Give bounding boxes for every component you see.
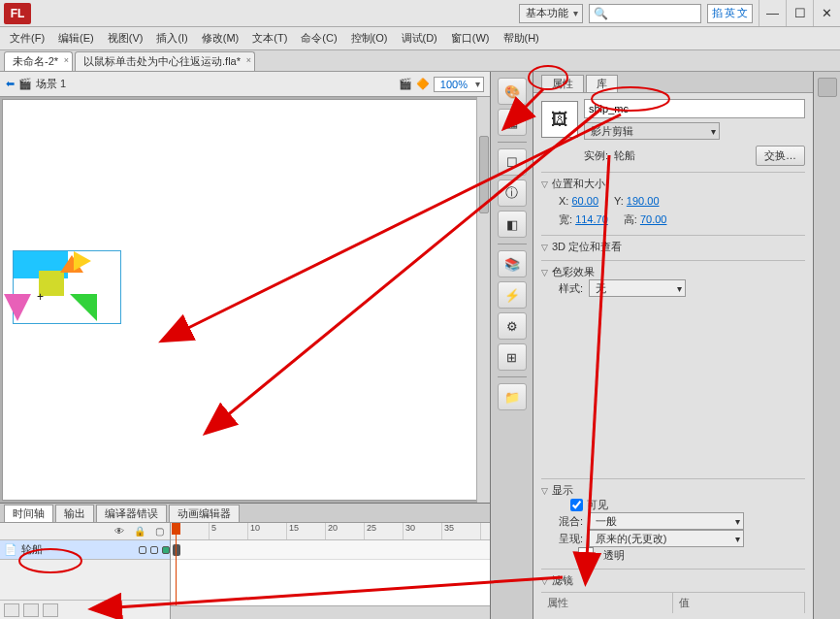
layer-row[interactable]: 📄 轮船 bbox=[0, 540, 170, 560]
menu-file[interactable]: 文件(F) bbox=[6, 29, 48, 48]
menu-view[interactable]: 视图(V) bbox=[104, 29, 147, 48]
far-tool-strip bbox=[813, 72, 840, 619]
tool-swatches[interactable]: 🎨 bbox=[498, 78, 527, 105]
tool-transform[interactable]: ☐ bbox=[498, 148, 527, 176]
close-button[interactable]: ✕ bbox=[813, 0, 840, 26]
w-label: 宽: bbox=[559, 213, 572, 225]
layer-outline-dot[interactable] bbox=[162, 546, 170, 554]
visible-checkbox[interactable] bbox=[570, 499, 583, 511]
eye-icon[interactable]: 👁 bbox=[114, 526, 124, 537]
tab-library[interactable]: 库 bbox=[586, 75, 618, 92]
instance-of-label: 实例: bbox=[584, 148, 608, 163]
workspace-combo[interactable]: 基本功能 bbox=[519, 4, 583, 23]
x-value[interactable]: 60.00 bbox=[571, 195, 598, 207]
doc-tab-2-close[interactable]: × bbox=[246, 55, 251, 65]
ruler-10: 10 bbox=[248, 523, 287, 539]
selected-instance[interactable]: + bbox=[13, 250, 121, 324]
blend-combo[interactable]: 一般 bbox=[589, 512, 744, 530]
bg-color-swatch[interactable] bbox=[578, 547, 594, 563]
symbol-type-combo[interactable]: 影片剪辑 bbox=[584, 122, 720, 140]
instance-name-input[interactable] bbox=[584, 99, 805, 118]
scene-icon: 🎬 bbox=[18, 78, 32, 90]
w-value[interactable]: 114.70 bbox=[575, 213, 608, 225]
far-tool-1[interactable] bbox=[818, 78, 837, 97]
y-label: Y: bbox=[614, 195, 624, 207]
h-label: 高: bbox=[624, 213, 637, 225]
frame-track[interactable] bbox=[171, 540, 490, 560]
section-display[interactable]: 显示 bbox=[541, 483, 805, 498]
scene-label: 场景 1 bbox=[36, 77, 66, 91]
style-combo[interactable]: 无 bbox=[589, 279, 686, 297]
tab-output[interactable]: 输出 bbox=[55, 505, 94, 522]
edit-scene-icon[interactable]: 🎬 bbox=[399, 78, 412, 90]
doc-tab-2[interactable]: 以鼠标单击处为中心往返运动.fla*× bbox=[75, 51, 255, 71]
menu-modify[interactable]: 修改(M) bbox=[198, 29, 243, 48]
new-layer-button[interactable] bbox=[4, 603, 19, 617]
visible-label: 可见 bbox=[587, 498, 608, 512]
tool-library[interactable]: 📚 bbox=[498, 250, 527, 277]
instance-of-value: 轮船 bbox=[614, 148, 635, 163]
tool-components[interactable]: ⊞ bbox=[498, 343, 527, 371]
y-value[interactable]: 190.00 bbox=[627, 195, 660, 207]
minimize-button[interactable]: — bbox=[759, 0, 786, 26]
menu-commands[interactable]: 命令(C) bbox=[297, 29, 340, 48]
new-folder-button[interactable] bbox=[23, 603, 39, 617]
zoom-combo[interactable]: 100% bbox=[434, 77, 484, 92]
stage-vscroll[interactable] bbox=[476, 97, 490, 503]
ruler-35: 35 bbox=[442, 523, 481, 539]
layer-name: 轮船 bbox=[21, 542, 43, 557]
section-position[interactable]: 位置和大小 bbox=[541, 177, 805, 191]
ruler-30: 30 bbox=[404, 523, 442, 539]
menu-insert[interactable]: 插入(I) bbox=[152, 29, 191, 48]
edit-symbol-icon[interactable]: 🔶 bbox=[416, 78, 430, 90]
doc-tab-2-label: 以鼠标单击处为中心往返运动.fla* bbox=[83, 55, 241, 67]
registration-icon: + bbox=[37, 290, 44, 304]
tool-color[interactable]: ◧ bbox=[498, 211, 527, 238]
swap-button[interactable]: 交换… bbox=[756, 146, 805, 166]
search-input[interactable]: 🔍 bbox=[589, 4, 701, 23]
ime-b: 英 bbox=[725, 6, 735, 20]
tab-compiler-errors[interactable]: 编译器错误 bbox=[96, 505, 167, 522]
tab-timeline[interactable]: 时间轴 bbox=[4, 505, 53, 522]
tab-motion-editor[interactable]: 动画编辑器 bbox=[169, 505, 240, 522]
transparent-label: 透明 bbox=[603, 548, 625, 563]
ruler-25: 25 bbox=[365, 523, 404, 539]
section-filters[interactable]: 滤镜 bbox=[541, 573, 805, 588]
keyframe-1[interactable] bbox=[173, 544, 180, 556]
tool-project[interactable]: 📁 bbox=[498, 383, 527, 410]
tool-actions[interactable]: ⚡ bbox=[498, 281, 527, 309]
h-value[interactable]: 70.00 bbox=[640, 213, 667, 225]
menu-debug[interactable]: 调试(D) bbox=[398, 29, 441, 48]
menu-control[interactable]: 控制(O) bbox=[347, 29, 392, 48]
lock-icon[interactable]: 🔒 bbox=[134, 526, 145, 537]
menu-edit[interactable]: 编辑(E) bbox=[54, 29, 98, 48]
menu-window[interactable]: 窗口(W) bbox=[447, 29, 494, 48]
tool-align[interactable]: ▦ bbox=[498, 109, 527, 136]
render-combo[interactable]: 原来的(无更改) bbox=[589, 530, 744, 547]
section-3d[interactable]: 3D 定位和查看 bbox=[541, 240, 805, 254]
tool-info[interactable]: ⓘ bbox=[498, 179, 527, 207]
maximize-button[interactable]: ☐ bbox=[786, 0, 813, 26]
doc-tab-1-close[interactable]: × bbox=[64, 55, 69, 65]
menu-text[interactable]: 文本(T) bbox=[248, 29, 291, 48]
tab-properties[interactable]: 属性 bbox=[541, 75, 584, 92]
layer-visible-dot[interactable] bbox=[139, 546, 146, 554]
tool-behaviors[interactable]: ⚙ bbox=[498, 312, 527, 340]
delete-layer-button[interactable] bbox=[43, 603, 58, 617]
layer-lock-dot[interactable] bbox=[150, 546, 158, 554]
ruler-15: 15 bbox=[287, 523, 326, 539]
instance-thumbnail: 🖼 bbox=[541, 101, 578, 138]
stage-canvas[interactable]: + bbox=[2, 99, 488, 501]
menu-help[interactable]: 帮助(H) bbox=[500, 29, 543, 48]
back-arrow-icon[interactable]: ⬅ bbox=[6, 78, 15, 90]
filter-col-property: 属性 bbox=[541, 593, 673, 613]
ime-indicator[interactable]: 掐 英 文 bbox=[707, 4, 753, 23]
timeline-frames[interactable]: 1 5 10 15 20 25 30 35 bbox=[171, 523, 490, 619]
section-color-effect[interactable]: 色彩效果 bbox=[541, 265, 805, 279]
ime-c: 文 bbox=[737, 6, 748, 20]
timeline-hscroll[interactable] bbox=[171, 605, 490, 619]
ruler-20: 20 bbox=[326, 523, 365, 539]
doc-tab-1[interactable]: 未命名-2*× bbox=[4, 51, 73, 71]
outline-icon[interactable]: ▢ bbox=[155, 526, 164, 537]
filter-col-value: 值 bbox=[673, 593, 805, 613]
